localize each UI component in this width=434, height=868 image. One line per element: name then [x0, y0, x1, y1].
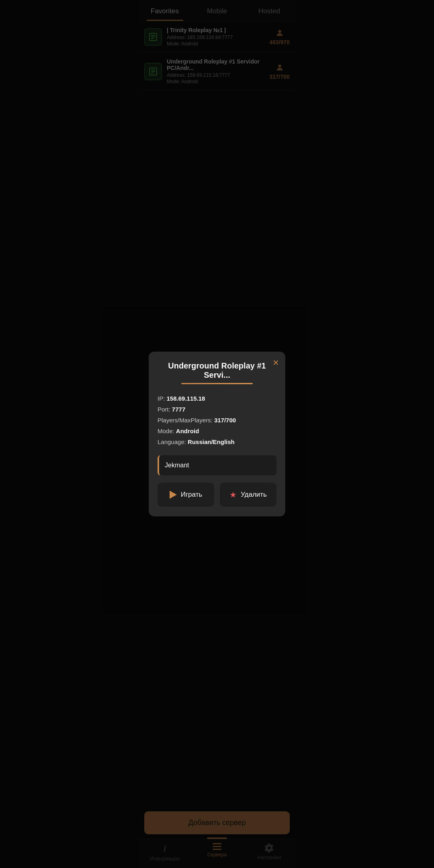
- modal-overlay: × Underground Roleplay #1 Servi... IP: 1…: [139, 0, 295, 313]
